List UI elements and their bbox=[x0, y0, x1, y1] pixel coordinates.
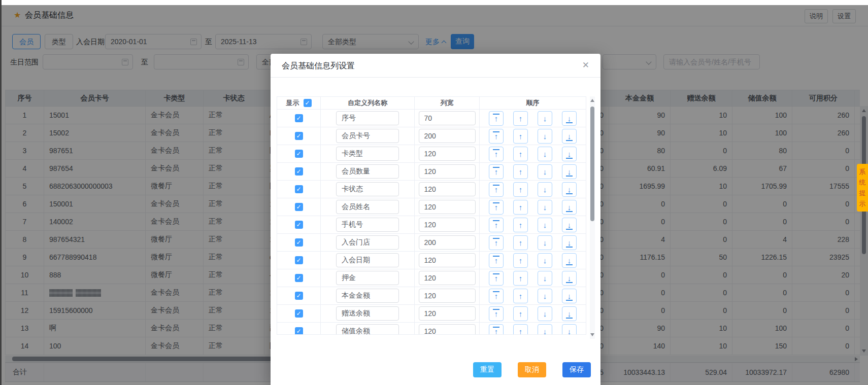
select-all-checkbox[interactable]: ✓ bbox=[304, 99, 312, 107]
move-down-button[interactable]: ↓ bbox=[538, 235, 552, 250]
show-checkbox[interactable]: ✓ bbox=[295, 114, 303, 122]
move-to-bottom-button[interactable]: ↓ bbox=[562, 182, 577, 197]
column-width-input[interactable] bbox=[419, 271, 476, 285]
move-to-top-button[interactable]: ↑ bbox=[489, 129, 504, 144]
column-name-input[interactable] bbox=[336, 182, 399, 196]
column-width-input[interactable] bbox=[419, 253, 476, 267]
move-to-bottom-button[interactable]: ↓ bbox=[562, 200, 577, 215]
column-name-input[interactable] bbox=[336, 218, 399, 232]
move-up-button[interactable]: ↑ bbox=[513, 271, 528, 286]
move-up-button[interactable]: ↑ bbox=[513, 235, 528, 250]
move-up-button[interactable]: ↑ bbox=[513, 306, 528, 321]
move-down-button[interactable]: ↓ bbox=[538, 253, 552, 268]
move-to-top-button[interactable]: ↑ bbox=[489, 289, 504, 303]
move-to-bottom-button[interactable]: ↓ bbox=[562, 289, 577, 303]
column-name-input[interactable] bbox=[336, 289, 399, 303]
move-to-bottom-button[interactable]: ↓ bbox=[562, 111, 577, 126]
move-to-top-button[interactable]: ↑ bbox=[489, 164, 504, 179]
move-to-top-button[interactable]: ↑ bbox=[489, 235, 504, 250]
move-to-top-button[interactable]: ↑ bbox=[489, 111, 504, 126]
move-to-top-button[interactable]: ↑ bbox=[489, 324, 504, 335]
move-up-button[interactable]: ↑ bbox=[513, 164, 528, 179]
move-to-bottom-button[interactable]: ↓ bbox=[562, 306, 577, 321]
move-up-button[interactable]: ↑ bbox=[513, 200, 528, 215]
reset-button[interactable]: 重置 bbox=[473, 362, 502, 377]
column-name-input[interactable] bbox=[336, 324, 399, 335]
move-to-bottom-button[interactable]: ↓ bbox=[562, 271, 577, 286]
move-down-button[interactable]: ↓ bbox=[538, 289, 552, 303]
column-name-input[interactable] bbox=[336, 271, 399, 285]
move-up-button[interactable]: ↑ bbox=[513, 111, 528, 126]
close-icon[interactable]: ✕ bbox=[582, 60, 589, 71]
column-name-input[interactable] bbox=[336, 200, 399, 214]
show-checkbox[interactable]: ✓ bbox=[295, 274, 303, 282]
show-checkbox[interactable]: ✓ bbox=[295, 327, 303, 335]
column-width-input[interactable] bbox=[419, 218, 476, 232]
move-down-button[interactable]: ↓ bbox=[538, 182, 552, 197]
show-checkbox[interactable]: ✓ bbox=[295, 221, 303, 229]
save-button[interactable]: 保存 bbox=[562, 362, 591, 377]
move-to-top-button[interactable]: ↑ bbox=[489, 218, 504, 232]
column-width-input[interactable] bbox=[419, 200, 476, 214]
move-to-top-button[interactable]: ↑ bbox=[489, 271, 504, 286]
move-to-bottom-button[interactable]: ↓ bbox=[562, 324, 577, 335]
column-width-input[interactable] bbox=[419, 182, 476, 196]
move-to-top-button[interactable]: ↑ bbox=[489, 306, 504, 321]
column-width-input[interactable] bbox=[419, 111, 476, 125]
column-name-input[interactable] bbox=[336, 147, 399, 161]
show-checkbox[interactable]: ✓ bbox=[295, 256, 303, 264]
move-to-bottom-button[interactable]: ↓ bbox=[562, 164, 577, 179]
show-checkbox[interactable]: ✓ bbox=[295, 167, 303, 176]
move-down-button[interactable]: ↓ bbox=[538, 129, 552, 144]
column-width-input[interactable] bbox=[419, 306, 476, 321]
show-checkbox[interactable]: ✓ bbox=[295, 185, 303, 193]
column-name-input[interactable] bbox=[336, 111, 399, 125]
show-checkbox[interactable]: ✓ bbox=[295, 150, 303, 158]
move-down-button[interactable]: ↓ bbox=[538, 111, 552, 126]
move-down-button[interactable]: ↓ bbox=[538, 147, 552, 161]
move-to-top-button[interactable]: ↑ bbox=[489, 147, 504, 161]
scroll-down-icon[interactable] bbox=[590, 333, 594, 336]
column-name-input[interactable] bbox=[336, 235, 399, 250]
move-down-button[interactable]: ↓ bbox=[538, 324, 552, 335]
modal-scroll-thumb[interactable] bbox=[590, 107, 594, 221]
show-checkbox[interactable]: ✓ bbox=[295, 132, 303, 140]
move-down-button[interactable]: ↓ bbox=[538, 218, 552, 232]
column-width-input[interactable] bbox=[419, 235, 476, 250]
move-to-bottom-button[interactable]: ↓ bbox=[562, 147, 577, 161]
column-width-input[interactable] bbox=[419, 164, 476, 179]
move-to-bottom-button[interactable]: ↓ bbox=[562, 235, 577, 250]
show-checkbox[interactable]: ✓ bbox=[295, 309, 303, 318]
system-tip-badge[interactable]: 系统提示 bbox=[857, 164, 868, 212]
move-to-top-button[interactable]: ↑ bbox=[489, 200, 504, 215]
move-up-button[interactable]: ↑ bbox=[513, 253, 528, 268]
show-checkbox[interactable]: ✓ bbox=[295, 292, 303, 300]
move-to-bottom-button[interactable]: ↓ bbox=[562, 218, 577, 232]
cancel-button[interactable]: 取消 bbox=[518, 362, 546, 377]
column-name-input[interactable] bbox=[336, 253, 399, 267]
move-up-button[interactable]: ↑ bbox=[513, 218, 528, 232]
move-up-button[interactable]: ↑ bbox=[513, 129, 528, 144]
show-checkbox[interactable]: ✓ bbox=[295, 203, 303, 211]
column-width-input[interactable] bbox=[419, 147, 476, 161]
move-to-top-button[interactable]: ↑ bbox=[489, 253, 504, 268]
modal-scrollbar[interactable] bbox=[590, 96, 595, 339]
move-to-top-button[interactable]: ↑ bbox=[489, 182, 504, 197]
move-up-button[interactable]: ↑ bbox=[513, 289, 528, 303]
column-width-input[interactable] bbox=[419, 324, 476, 335]
move-down-button[interactable]: ↓ bbox=[538, 200, 552, 215]
move-down-button[interactable]: ↓ bbox=[538, 164, 552, 179]
move-up-button[interactable]: ↑ bbox=[513, 182, 528, 197]
move-down-button[interactable]: ↓ bbox=[538, 306, 552, 321]
column-name-input[interactable] bbox=[336, 306, 399, 321]
column-width-input[interactable] bbox=[419, 289, 476, 303]
column-width-input[interactable] bbox=[419, 129, 476, 143]
scroll-up-icon[interactable] bbox=[590, 99, 594, 102]
move-to-bottom-button[interactable]: ↓ bbox=[562, 129, 577, 144]
column-name-input[interactable] bbox=[336, 129, 399, 143]
show-checkbox[interactable]: ✓ bbox=[295, 238, 303, 247]
move-down-button[interactable]: ↓ bbox=[538, 271, 552, 286]
column-name-input[interactable] bbox=[336, 164, 399, 179]
move-to-bottom-button[interactable]: ↓ bbox=[562, 253, 577, 268]
move-up-button[interactable]: ↑ bbox=[513, 147, 528, 161]
